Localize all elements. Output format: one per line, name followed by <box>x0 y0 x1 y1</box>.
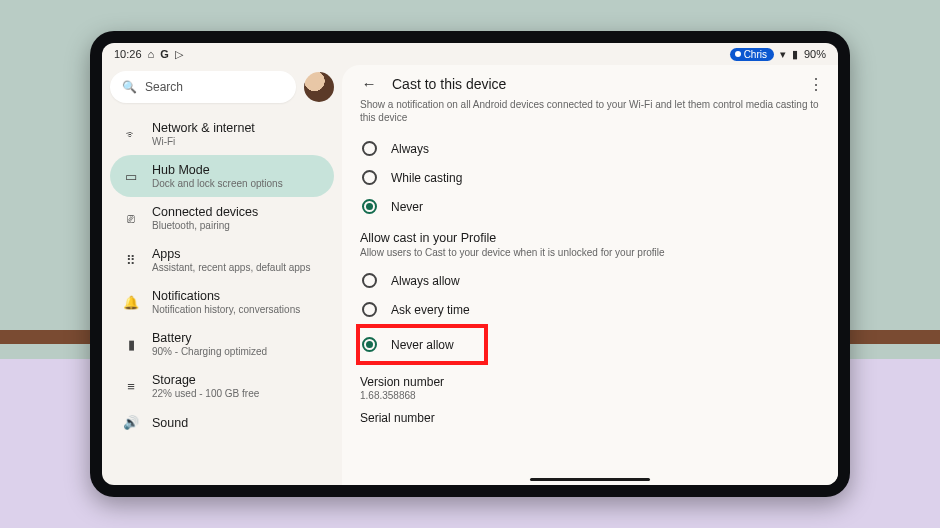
user-pill[interactable]: Chris <box>730 48 774 61</box>
version-number-value: 1.68.358868 <box>360 390 820 401</box>
battery-percent: 90% <box>804 48 826 60</box>
back-button[interactable]: ← <box>360 75 378 92</box>
status-bar: 10:26 ⌂ G ▷ Chris ▾ ▮ 90% <box>102 43 838 65</box>
radio-label: Ask every time <box>391 303 470 317</box>
wifi-icon: ▾ <box>780 48 786 61</box>
sidebar-item-connected-devices[interactable]: ⎚Connected devicesBluetooth, pairing <box>110 197 334 239</box>
sidebar-item-battery[interactable]: ▮Battery90% - Charging optimized <box>110 323 334 365</box>
sidebar-icon: ⎚ <box>122 211 140 226</box>
highlight-box: Never allow <box>356 324 488 365</box>
sidebar-icon: 🔔 <box>122 295 140 310</box>
radio-icon <box>362 337 377 352</box>
sidebar-item-notifications[interactable]: 🔔NotificationsNotification history, conv… <box>110 281 334 323</box>
settings-sidebar: 🔍 Search ᯤNetwork & internetWi-Fi▭Hub Mo… <box>102 65 342 485</box>
section-allow-cast-sub: Allow users to Cast to your device when … <box>360 247 820 258</box>
page-title: Cast to this device <box>392 76 506 92</box>
sidebar-item-title: Sound <box>152 416 188 430</box>
sidebar-item-title: Battery <box>152 331 267 345</box>
serial-number-label[interactable]: Serial number <box>360 411 820 425</box>
allow-cast-profile-option-never-allow[interactable]: Never allow <box>360 330 456 359</box>
sidebar-item-sub: Dock and lock screen options <box>152 178 283 189</box>
sidebar-icon: ▮ <box>122 337 140 352</box>
search-input[interactable]: 🔍 Search <box>110 71 296 103</box>
sidebar-item-apps[interactable]: ⠿AppsAssistant, recent apps, default app… <box>110 239 334 281</box>
nav-home-bar[interactable] <box>530 478 650 481</box>
sidebar-icon: ⠿ <box>122 253 140 268</box>
radio-label: Never <box>391 200 423 214</box>
sidebar-icon: 🔊 <box>122 415 140 430</box>
version-number-label[interactable]: Version number <box>360 375 820 389</box>
section-allow-cast-title: Allow cast in your Profile <box>360 231 820 245</box>
user-pill-label: Chris <box>744 49 767 60</box>
battery-icon: ▮ <box>792 48 798 61</box>
sidebar-item-title: Connected devices <box>152 205 258 219</box>
sidebar-item-hub-mode[interactable]: ▭Hub ModeDock and lock screen options <box>110 155 334 197</box>
cast-notification-option-while-casting[interactable]: While casting <box>360 163 820 192</box>
sidebar-item-storage[interactable]: ≡Storage22% used - 100 GB free <box>110 365 334 407</box>
radio-label: Always allow <box>391 274 460 288</box>
sidebar-item-sub: Bluetooth, pairing <box>152 220 258 231</box>
detail-pane: ⋮ ← Cast to this device Show a notificat… <box>342 65 838 485</box>
google-icon: G <box>160 48 169 60</box>
radio-icon <box>362 199 377 214</box>
search-icon: 🔍 <box>122 80 137 94</box>
sidebar-item-sub: Wi-Fi <box>152 136 255 147</box>
sidebar-item-title: Network & internet <box>152 121 255 135</box>
sidebar-icon: ≡ <box>122 379 140 394</box>
cast-notification-option-always[interactable]: Always <box>360 134 820 163</box>
radio-label: While casting <box>391 171 462 185</box>
sidebar-item-sub: 90% - Charging optimized <box>152 346 267 357</box>
avatar[interactable] <box>304 72 334 102</box>
search-placeholder: Search <box>145 80 183 94</box>
sidebar-item-sound[interactable]: 🔊Sound <box>110 407 334 438</box>
sidebar-item-sub: Notification history, conversations <box>152 304 300 315</box>
status-time: 10:26 <box>114 48 142 60</box>
sidebar-icon: ▭ <box>122 169 140 184</box>
radio-icon <box>362 273 377 288</box>
user-dot-icon <box>735 51 741 57</box>
sidebar-item-sub: 22% used - 100 GB free <box>152 388 259 399</box>
radio-label: Always <box>391 142 429 156</box>
sidebar-item-title: Storage <box>152 373 259 387</box>
sidebar-item-network-internet[interactable]: ᯤNetwork & internetWi-Fi <box>110 113 334 155</box>
radio-label: Never allow <box>391 338 454 352</box>
sidebar-icon: ᯤ <box>122 127 140 142</box>
home-icon: ⌂ <box>148 48 155 60</box>
tablet-frame: 10:26 ⌂ G ▷ Chris ▾ ▮ 90% 🔍 <box>90 31 850 497</box>
allow-cast-profile-option-ask-every-time[interactable]: Ask every time <box>360 295 820 324</box>
play-icon: ▷ <box>175 48 183 61</box>
radio-icon <box>362 170 377 185</box>
radio-icon <box>362 302 377 317</box>
overflow-menu-icon[interactable]: ⋮ <box>808 75 824 94</box>
page-subtitle: Show a notification on all Android devic… <box>360 98 820 124</box>
sidebar-item-title: Notifications <box>152 289 300 303</box>
cast-notification-option-never[interactable]: Never <box>360 192 820 221</box>
allow-cast-profile-option-always-allow[interactable]: Always allow <box>360 266 820 295</box>
sidebar-item-title: Apps <box>152 247 310 261</box>
sidebar-item-sub: Assistant, recent apps, default apps <box>152 262 310 273</box>
screen: 10:26 ⌂ G ▷ Chris ▾ ▮ 90% 🔍 <box>102 43 838 485</box>
sidebar-item-title: Hub Mode <box>152 163 283 177</box>
radio-icon <box>362 141 377 156</box>
